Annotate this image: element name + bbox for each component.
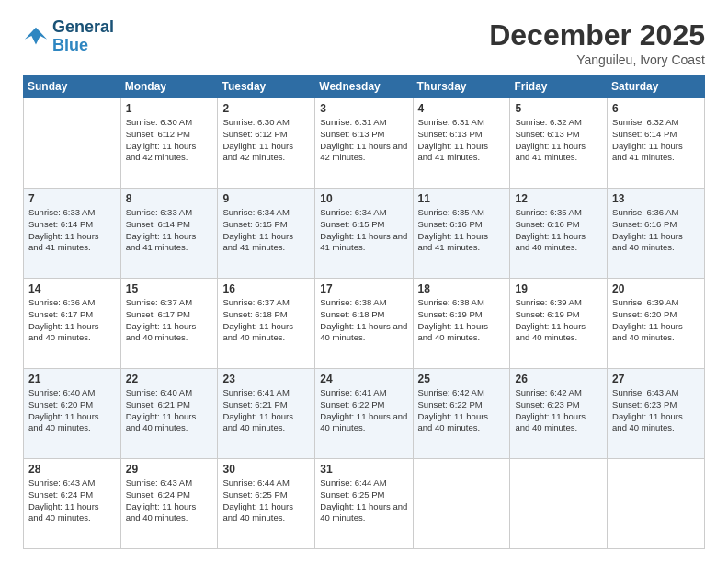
day-number: 18 — [418, 282, 506, 295]
day-info: Sunrise: 6:40 AMSunset: 6:20 PMDaylight:… — [28, 387, 116, 434]
day-info: Sunrise: 6:41 AMSunset: 6:22 PMDaylight:… — [320, 387, 407, 434]
calendar-week-row: 28Sunrise: 6:43 AMSunset: 6:24 PMDayligh… — [24, 459, 705, 549]
calendar-header-cell: Friday — [510, 75, 608, 98]
day-info: Sunrise: 6:31 AMSunset: 6:13 PMDaylight:… — [320, 117, 407, 164]
day-info: Sunrise: 6:35 AMSunset: 6:16 PMDaylight:… — [418, 207, 506, 254]
day-number: 8 — [126, 192, 213, 205]
day-info: Sunrise: 6:34 AMSunset: 6:15 PMDaylight:… — [222, 207, 310, 254]
calendar-day-cell: 4Sunrise: 6:31 AMSunset: 6:13 PMDaylight… — [413, 98, 510, 189]
calendar-day-cell — [24, 98, 121, 189]
calendar-day-cell: 18Sunrise: 6:38 AMSunset: 6:19 PMDayligh… — [413, 279, 510, 369]
day-number: 25 — [418, 373, 506, 385]
calendar-day-cell: 2Sunrise: 6:30 AMSunset: 6:12 PMDaylight… — [218, 98, 315, 189]
calendar-day-cell: 12Sunrise: 6:35 AMSunset: 6:16 PMDayligh… — [510, 189, 608, 279]
day-info: Sunrise: 6:30 AMSunset: 6:12 PMDaylight:… — [126, 117, 213, 164]
svg-marker-0 — [25, 28, 47, 45]
day-info: Sunrise: 6:43 AMSunset: 6:24 PMDaylight:… — [28, 477, 116, 524]
day-number: 19 — [515, 282, 602, 295]
day-number: 7 — [28, 192, 116, 205]
calendar-day-cell: 19Sunrise: 6:39 AMSunset: 6:19 PMDayligh… — [510, 279, 608, 369]
page: General Blue December 2025 Yanguileu, Iv… — [0, 0, 728, 563]
day-number: 21 — [28, 373, 116, 385]
location: Yanguileu, Ivory Coast — [489, 52, 705, 67]
day-info: Sunrise: 6:43 AMSunset: 6:23 PMDaylight:… — [612, 387, 700, 434]
calendar-day-cell: 29Sunrise: 6:43 AMSunset: 6:24 PMDayligh… — [120, 459, 218, 549]
day-info: Sunrise: 6:36 AMSunset: 6:16 PMDaylight:… — [612, 207, 700, 254]
calendar-day-cell: 15Sunrise: 6:37 AMSunset: 6:17 PMDayligh… — [120, 279, 218, 369]
calendar-day-cell: 6Sunrise: 6:32 AMSunset: 6:14 PMDaylight… — [608, 98, 705, 189]
day-info: Sunrise: 6:43 AMSunset: 6:24 PMDaylight:… — [126, 477, 213, 524]
day-info: Sunrise: 6:37 AMSunset: 6:18 PMDaylight:… — [222, 297, 310, 344]
day-info: Sunrise: 6:32 AMSunset: 6:14 PMDaylight:… — [612, 117, 700, 164]
day-number: 5 — [515, 102, 602, 115]
calendar-day-cell: 30Sunrise: 6:44 AMSunset: 6:25 PMDayligh… — [218, 459, 315, 549]
day-info: Sunrise: 6:34 AMSunset: 6:15 PMDaylight:… — [320, 207, 407, 254]
calendar-header-cell: Tuesday — [218, 75, 315, 98]
day-number: 28 — [28, 463, 116, 476]
day-info: Sunrise: 6:38 AMSunset: 6:18 PMDaylight:… — [320, 297, 407, 344]
day-info: Sunrise: 6:36 AMSunset: 6:17 PMDaylight:… — [28, 297, 116, 344]
day-info: Sunrise: 6:37 AMSunset: 6:17 PMDaylight:… — [126, 297, 213, 344]
day-number: 22 — [126, 373, 213, 385]
calendar-day-cell: 11Sunrise: 6:35 AMSunset: 6:16 PMDayligh… — [413, 189, 510, 279]
day-number: 16 — [222, 282, 310, 295]
calendar-day-cell: 24Sunrise: 6:41 AMSunset: 6:22 PMDayligh… — [315, 369, 413, 459]
calendar-day-cell: 13Sunrise: 6:36 AMSunset: 6:16 PMDayligh… — [608, 189, 705, 279]
calendar-week-row: 14Sunrise: 6:36 AMSunset: 6:17 PMDayligh… — [24, 279, 705, 369]
calendar-day-cell: 20Sunrise: 6:39 AMSunset: 6:20 PMDayligh… — [608, 279, 705, 369]
title-block: December 2025 Yanguileu, Ivory Coast — [489, 18, 705, 67]
day-number: 11 — [418, 192, 506, 205]
day-info: Sunrise: 6:40 AMSunset: 6:21 PMDaylight:… — [126, 387, 213, 434]
day-number: 2 — [222, 102, 310, 115]
day-number: 1 — [126, 102, 213, 115]
calendar-day-cell: 26Sunrise: 6:42 AMSunset: 6:23 PMDayligh… — [510, 369, 608, 459]
day-info: Sunrise: 6:38 AMSunset: 6:19 PMDaylight:… — [418, 297, 506, 344]
calendar-week-row: 7Sunrise: 6:33 AMSunset: 6:14 PMDaylight… — [24, 189, 705, 279]
calendar-header-cell: Monday — [120, 75, 218, 98]
calendar-day-cell: 9Sunrise: 6:34 AMSunset: 6:15 PMDaylight… — [218, 189, 315, 279]
calendar-day-cell: 1Sunrise: 6:30 AMSunset: 6:12 PMDaylight… — [120, 98, 218, 189]
calendar-table: SundayMondayTuesdayWednesdayThursdayFrid… — [23, 75, 705, 549]
day-info: Sunrise: 6:41 AMSunset: 6:21 PMDaylight:… — [222, 387, 310, 434]
calendar-header-cell: Thursday — [413, 75, 510, 98]
calendar-day-cell: 22Sunrise: 6:40 AMSunset: 6:21 PMDayligh… — [120, 369, 218, 459]
calendar-day-cell: 5Sunrise: 6:32 AMSunset: 6:13 PMDaylight… — [510, 98, 608, 189]
day-info: Sunrise: 6:44 AMSunset: 6:25 PMDaylight:… — [222, 477, 310, 524]
day-info: Sunrise: 6:42 AMSunset: 6:23 PMDaylight:… — [515, 387, 602, 434]
calendar-day-cell: 25Sunrise: 6:42 AMSunset: 6:22 PMDayligh… — [413, 369, 510, 459]
day-number: 26 — [515, 373, 602, 385]
calendar-day-cell: 17Sunrise: 6:38 AMSunset: 6:18 PMDayligh… — [315, 279, 413, 369]
calendar-day-cell — [608, 459, 705, 549]
calendar-day-cell: 23Sunrise: 6:41 AMSunset: 6:21 PMDayligh… — [218, 369, 315, 459]
calendar-day-cell: 28Sunrise: 6:43 AMSunset: 6:24 PMDayligh… — [24, 459, 121, 549]
calendar-day-cell: 21Sunrise: 6:40 AMSunset: 6:20 PMDayligh… — [24, 369, 121, 459]
day-number: 15 — [126, 282, 213, 295]
logo-icon — [23, 24, 49, 50]
logo: General Blue — [23, 18, 114, 55]
day-number: 29 — [126, 463, 213, 476]
calendar-day-cell: 16Sunrise: 6:37 AMSunset: 6:18 PMDayligh… — [218, 279, 315, 369]
day-number: 13 — [612, 192, 700, 205]
day-info: Sunrise: 6:42 AMSunset: 6:22 PMDaylight:… — [418, 387, 506, 434]
calendar-week-row: 1Sunrise: 6:30 AMSunset: 6:12 PMDaylight… — [24, 98, 705, 189]
calendar-day-cell — [413, 459, 510, 549]
day-number: 31 — [320, 463, 407, 476]
month-title: December 2025 — [489, 18, 705, 52]
calendar-day-cell: 10Sunrise: 6:34 AMSunset: 6:15 PMDayligh… — [315, 189, 413, 279]
calendar-day-cell: 3Sunrise: 6:31 AMSunset: 6:13 PMDaylight… — [315, 98, 413, 189]
day-info: Sunrise: 6:39 AMSunset: 6:19 PMDaylight:… — [515, 297, 602, 344]
calendar-header-cell: Wednesday — [315, 75, 413, 98]
calendar-day-cell — [510, 459, 608, 549]
day-number: 10 — [320, 192, 407, 205]
day-info: Sunrise: 6:33 AMSunset: 6:14 PMDaylight:… — [126, 207, 213, 254]
day-number: 9 — [222, 192, 310, 205]
day-info: Sunrise: 6:39 AMSunset: 6:20 PMDaylight:… — [612, 297, 700, 344]
day-number: 23 — [222, 373, 310, 385]
calendar-day-cell: 27Sunrise: 6:43 AMSunset: 6:23 PMDayligh… — [608, 369, 705, 459]
day-info: Sunrise: 6:30 AMSunset: 6:12 PMDaylight:… — [222, 117, 310, 164]
calendar-header-cell: Sunday — [24, 75, 121, 98]
day-number: 3 — [320, 102, 407, 115]
day-number: 12 — [515, 192, 602, 205]
day-info: Sunrise: 6:32 AMSunset: 6:13 PMDaylight:… — [515, 117, 602, 164]
day-number: 30 — [222, 463, 310, 476]
